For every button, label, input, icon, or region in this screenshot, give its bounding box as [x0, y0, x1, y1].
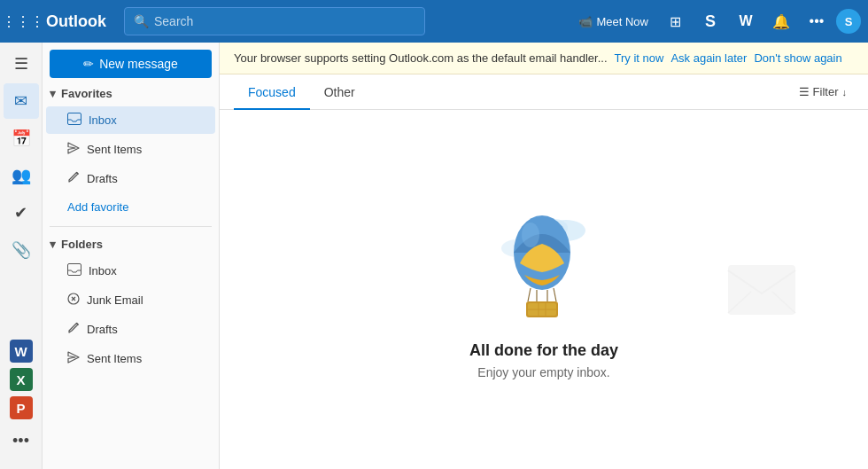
nav-item-sent-fav[interactable]: Sent Items	[46, 136, 215, 163]
svg-rect-1	[68, 264, 81, 276]
nav-item-junk[interactable]: Junk Email	[46, 286, 215, 314]
skype-icon: S	[705, 12, 716, 31]
default-email-banner: Your browser supports setting Outlook.co…	[220, 43, 868, 74]
inbox-folder-icon	[67, 263, 81, 278]
sidebar-tasks-button[interactable]: ✔	[4, 195, 39, 231]
ask-again-later-link[interactable]: Ask again later	[670, 51, 747, 65]
dont-show-again-link[interactable]: Don't show again	[754, 51, 841, 65]
more-button[interactable]: •••	[801, 5, 833, 37]
svg-line-8	[528, 288, 531, 301]
people-icon: 👥	[12, 166, 31, 185]
folders-toggle[interactable]: ▾ Folders	[43, 232, 219, 256]
app-logo: Outlook	[46, 12, 106, 31]
menu-icon: ☰	[14, 54, 28, 74]
nav-item-inbox[interactable]: Inbox	[46, 257, 215, 285]
sidebar-mail-button[interactable]: ✉	[4, 83, 39, 119]
word-app-icon[interactable]: W	[10, 340, 33, 363]
inbox-icon	[67, 113, 81, 128]
favorites-toggle[interactable]: ▾ Favorites	[43, 82, 219, 106]
icon-sidebar: ☰ ✉ 📅 👥 ✔ 📎 W X P •••	[0, 43, 43, 469]
svg-rect-0	[68, 113, 81, 125]
word-online-button[interactable]: W	[730, 5, 762, 37]
empty-inbox-title: All done for the day	[469, 341, 618, 360]
svg-rect-17	[728, 265, 795, 315]
topbar: ⋮⋮⋮ Outlook 🔍 📹 Meet Now ⊞ S W 🔔 ••• S	[0, 0, 868, 43]
drafts-folder-icon	[67, 322, 80, 337]
filter-icon: ☰	[799, 85, 810, 98]
content-area: Your browser supports setting Outlook.co…	[220, 43, 868, 469]
tasks-icon: ✔	[14, 203, 27, 223]
video-icon: 📹	[578, 15, 593, 28]
more-icon: •••	[810, 13, 825, 29]
compose-icon: ✏	[83, 57, 94, 71]
apps-icon: ⊞	[670, 13, 681, 30]
nav-item-sent[interactable]: Sent Items	[46, 345, 215, 372]
sort-icon: ↓	[842, 87, 848, 98]
grid-icon: ⋮⋮⋮	[2, 13, 44, 30]
notifications-button[interactable]: 🔔	[765, 5, 797, 37]
word-icon: W	[739, 13, 752, 29]
attachment-icon: 📎	[12, 240, 31, 260]
nav-top: ✏ New message	[43, 43, 219, 82]
nav-sidebar: ✏ New message ▾ Favorites Inbox	[43, 43, 220, 469]
meet-now-button[interactable]: 📹 Meet Now	[571, 10, 655, 34]
nav-item-inbox-fav[interactable]: Inbox	[46, 106, 215, 134]
topbar-right: 📹 Meet Now ⊞ S W 🔔 ••• S	[571, 5, 861, 37]
mail-icon: ✉	[14, 91, 27, 111]
tab-other[interactable]: Other	[310, 74, 369, 110]
main-container: ☰ ✉ 📅 👥 ✔ 📎 W X P ••• ✏	[0, 43, 868, 469]
search-input[interactable]	[154, 14, 415, 28]
junk-icon	[67, 293, 80, 308]
sidebar-attachments-button[interactable]: 📎	[4, 232, 39, 268]
section-divider	[50, 226, 212, 227]
inbox-empty: All done for the day Enjoy your empty in…	[220, 110, 868, 469]
more-apps-icon: •••	[12, 432, 29, 450]
skype-button[interactable]: S	[694, 5, 726, 37]
svg-line-9	[554, 288, 556, 301]
bell-icon: 🔔	[772, 13, 790, 30]
svg-point-7	[522, 223, 539, 247]
nav-item-drafts-fav[interactable]: Drafts	[46, 165, 215, 192]
ghost-envelope-decoration	[726, 263, 797, 317]
empty-inbox-subtitle: Enjoy your empty inbox.	[477, 365, 609, 379]
excel-app-icon[interactable]: X	[10, 368, 33, 391]
more-apps-button[interactable]: •••	[4, 423, 39, 458]
grid-menu-button[interactable]: ⋮⋮⋮	[7, 5, 39, 37]
sent-icon	[67, 142, 80, 157]
avatar[interactable]: S	[836, 9, 861, 34]
search-icon: 🔍	[134, 14, 149, 28]
add-favorite-link[interactable]: Add favorite	[46, 194, 215, 220]
icon-sidebar-bottom: W X P •••	[4, 338, 39, 465]
sent-folder-icon	[67, 351, 80, 366]
powerpoint-app-icon[interactable]: P	[10, 396, 33, 419]
apps-button[interactable]: ⊞	[659, 5, 691, 37]
chevron-down-icon: ▾	[50, 87, 56, 100]
collapse-sidebar-button[interactable]: ☰	[4, 46, 39, 82]
sidebar-people-button[interactable]: 👥	[4, 158, 39, 193]
new-message-button[interactable]: ✏ New message	[50, 50, 212, 78]
balloon-illustration	[491, 199, 597, 324]
nav-item-drafts[interactable]: Drafts	[46, 316, 215, 343]
drafts-icon	[67, 171, 80, 186]
chevron-down-folders-icon: ▾	[50, 238, 56, 251]
try-it-now-link[interactable]: Try it now	[615, 51, 664, 65]
calendar-icon: 📅	[12, 129, 31, 148]
tabs-bar: Focused Other ☰ Filter ↓	[220, 74, 868, 110]
sidebar-calendar-button[interactable]: 📅	[4, 121, 39, 156]
filter-button[interactable]: ☰ Filter ↓	[792, 82, 854, 102]
search-bar: 🔍	[124, 7, 425, 35]
tab-focused[interactable]: Focused	[234, 74, 310, 110]
